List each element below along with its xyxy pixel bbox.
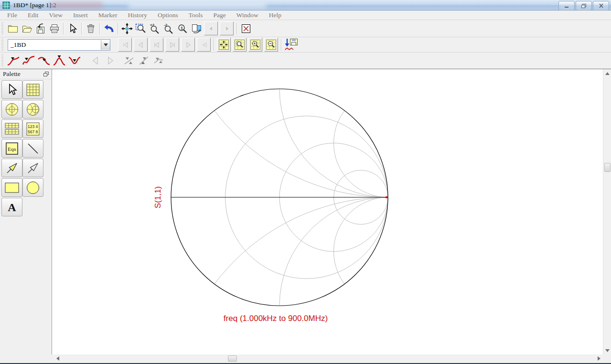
toolbar-grip[interactable]: [1, 39, 3, 51]
delete-button[interactable]: [84, 21, 97, 35]
scroll-right-button[interactable]: [595, 354, 603, 363]
zoom-out-2x-button[interactable]: -2: [161, 21, 175, 35]
menu-edit[interactable]: Edit: [22, 11, 44, 20]
delete-item-button[interactable]: [239, 21, 253, 35]
plot-canvas[interactable]: S(1,1) freq (1.000kHz to 900.0MHz): [54, 69, 603, 354]
select-pointer-button[interactable]: [65, 21, 79, 35]
scroll-left-button[interactable]: [54, 354, 62, 363]
page-view-button[interactable]: [189, 21, 203, 35]
palette-polar-plot-tool[interactable]: [1, 100, 22, 118]
palette-pointer-tool[interactable]: [1, 80, 22, 99]
menu-tools[interactable]: Tools: [183, 11, 208, 20]
palette-arrow-filled-tool[interactable]: [1, 159, 22, 177]
palette-panel: Palette: [0, 69, 52, 354]
go-last-button[interactable]: [197, 38, 211, 52]
palette-text-tool[interactable]: A: [1, 198, 22, 216]
palette-smith-chart-tool[interactable]: [22, 100, 43, 118]
toolbar-separator: [281, 39, 281, 51]
zoom-area-button[interactable]: [134, 21, 148, 35]
undo-button[interactable]: [102, 21, 116, 35]
menu-history[interactable]: History: [122, 11, 152, 20]
vertical-scroll-thumb[interactable]: [604, 163, 611, 172]
new-button[interactable]: [6, 21, 20, 35]
forward-button[interactable]: [220, 21, 234, 35]
zoom-in-plot-icon: [250, 40, 260, 50]
scroll-down-button[interactable]: [603, 346, 611, 354]
marker-next-button[interactable]: [103, 54, 117, 67]
palette-arrow-outline-tool[interactable]: [22, 159, 43, 177]
save-button[interactable]: [33, 21, 47, 35]
dataset-select[interactable]: _1BD: [8, 39, 110, 51]
menu-file[interactable]: File: [2, 11, 22, 20]
insert-delta-marker-button[interactable]: [36, 54, 52, 67]
zoom-in-2x-button[interactable]: +2: [148, 21, 161, 35]
dataset-select-dropdown-button[interactable]: [101, 40, 110, 50]
palette-float-icon[interactable]: [43, 72, 49, 77]
zoom-in-plot-button[interactable]: [248, 38, 262, 52]
print-button[interactable]: [47, 21, 61, 35]
window-controls: [558, 1, 609, 11]
zoom-area-plot-button[interactable]: [233, 38, 247, 52]
menu-insert[interactable]: Insert: [68, 11, 93, 20]
go-first-button[interactable]: [118, 38, 132, 52]
step-previous-icon: [152, 41, 161, 49]
palette-rectangular-plot-tool[interactable]: [22, 80, 43, 99]
scroll-up-button[interactable]: [603, 69, 611, 77]
insert-marker-icon: [7, 55, 20, 66]
go-previous-button[interactable]: [134, 38, 148, 52]
status-row: [0, 354, 611, 363]
palette-stacked-plot-tool[interactable]: [1, 119, 22, 138]
delta-marker-icon: [37, 55, 51, 66]
menu-marker[interactable]: Marker: [93, 11, 123, 20]
insert-marker-button[interactable]: [6, 54, 21, 67]
zoom-actual-size-button[interactable]: 1: [175, 21, 189, 35]
menu-window[interactable]: Window: [231, 11, 264, 20]
go-next-button[interactable]: [181, 38, 195, 52]
horizontal-scrollbar[interactable]: [54, 354, 603, 363]
palette-list-plot-tool[interactable]: 123 4 567 8: [22, 119, 43, 138]
open-button[interactable]: [20, 21, 33, 35]
list-plot-icon: 123 4 567 8: [26, 122, 40, 136]
import-dataset-button[interactable]: [283, 38, 300, 52]
zoom-out-plot-button[interactable]: [264, 38, 278, 52]
palette-rectangle-tool[interactable]: [1, 178, 22, 197]
palette-header: Palette: [0, 69, 52, 79]
vertical-scrollbar[interactable]: [603, 69, 611, 354]
minimize-button[interactable]: [558, 1, 575, 11]
marker-to-trace-button[interactable]: [121, 54, 136, 67]
insert-valley-marker-button[interactable]: [67, 54, 82, 67]
app-icon: [2, 1, 10, 9]
minimize-icon: [564, 3, 569, 8]
zoom-area-icon: [135, 22, 147, 35]
x-axis-label[interactable]: freq (1.000kHz to 900.0MHz): [224, 314, 328, 323]
palette-line-tool[interactable]: [22, 139, 43, 158]
insert-peak-marker-button[interactable]: [52, 54, 67, 67]
step-previous-button[interactable]: [150, 38, 163, 52]
step-next-button[interactable]: [165, 38, 179, 52]
restore-button[interactable]: [576, 1, 592, 11]
horizontal-scroll-thumb[interactable]: [228, 355, 237, 362]
toolbar-grip[interactable]: [1, 22, 3, 35]
pan-plot-button[interactable]: [217, 38, 231, 52]
close-button[interactable]: [593, 1, 609, 11]
chevron-down-icon: [104, 43, 108, 46]
trace-label[interactable]: S(1,1): [153, 186, 163, 208]
menu-view[interactable]: View: [44, 11, 68, 20]
menu-help[interactable]: Help: [264, 11, 287, 20]
palette-equation-tool[interactable]: Eqn: [1, 139, 22, 158]
palette-circle-tool[interactable]: [22, 178, 43, 197]
back-button[interactable]: [204, 21, 218, 35]
marker-swap-button[interactable]: [136, 54, 151, 67]
menu-options[interactable]: Options: [152, 11, 183, 20]
pointer-icon: [67, 23, 78, 34]
insert-marker-trace-button[interactable]: [21, 54, 36, 67]
toolbar-grip[interactable]: [1, 54, 3, 67]
marker-readout-button[interactable]: [151, 54, 166, 67]
pan-view-button[interactable]: [120, 21, 134, 35]
scroll-right-icon: [598, 356, 600, 361]
marker-previous-button[interactable]: [89, 54, 103, 67]
smith-chart-icon: [26, 103, 40, 116]
menu-page[interactable]: Page: [208, 11, 231, 20]
s11-trace[interactable]: [383, 196, 387, 198]
back-icon: [207, 24, 215, 33]
